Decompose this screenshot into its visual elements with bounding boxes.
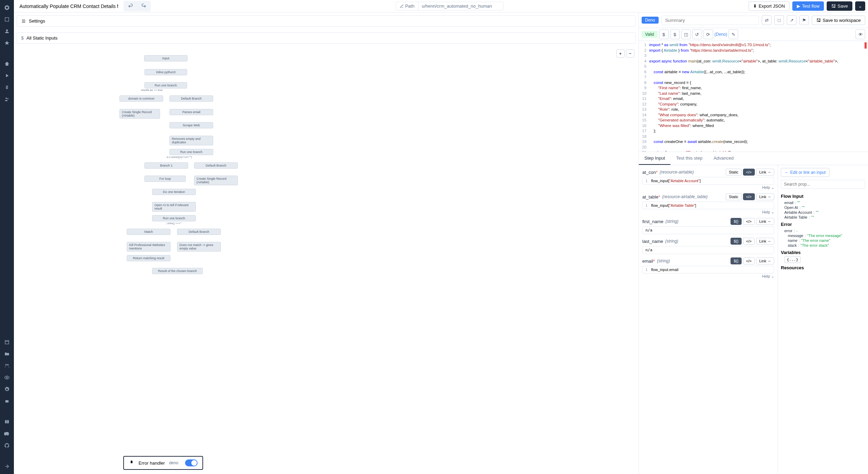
node-scrape-web[interactable]: Scrape Web [169,122,213,128]
cube-icon[interactable]: ◫ [681,29,691,39]
play-icon[interactable] [2,71,12,81]
flag-icon[interactable]: ⚑ [799,15,809,25]
variables-expand-button[interactable]: {...} [784,256,801,263]
input-value[interactable]: 1flow_input["Airtable Account"] [642,177,774,185]
input-value[interactable]: n/a [642,226,774,234]
star-icon[interactable] [2,38,12,48]
dollar2-icon[interactable]: $ [670,29,680,39]
summary-input[interactable] [661,16,759,25]
template-chip[interactable]: ${} [731,218,741,225]
swap-icon[interactable]: ⇄ [762,15,771,25]
user-icon[interactable] [2,26,12,36]
tab-step-input[interactable]: Step Input [639,152,670,165]
code-chip[interactable]: </> [743,238,755,245]
node-openai[interactable]: Open AI to tell if relevant result [152,202,196,212]
node-create-record-2[interactable]: Create Single Record (Airtable) [194,176,238,185]
save-workspace-button[interactable]: 🖫 Save to workspace [812,16,865,25]
code-chip[interactable]: </> [743,193,755,200]
node-result-chosen[interactable]: Result of the chosen branch [152,268,203,274]
prop-kv[interactable]: Airtable Account : "" [781,210,865,215]
link-chip[interactable]: Link → [756,193,774,200]
input-value[interactable]: n/a [642,246,774,254]
settings-header[interactable]: Settings [17,15,636,27]
link-chip[interactable]: Link → [756,257,774,264]
reload-icon[interactable]: ⟳ [703,29,713,39]
node-run-branch-2[interactable]: Run one branch [169,149,213,155]
expand-icon[interactable] [2,462,12,471]
team-icon[interactable] [2,361,12,371]
node-default-branch-3[interactable]: Default Branch [177,229,221,235]
search-prop-input[interactable] [781,180,865,189]
node-create-record-1[interactable]: Create Single Record (Airtable) [119,109,160,119]
node-run-branch-3[interactable]: Run one branch [152,215,196,221]
flow-title-input[interactable] [17,2,121,10]
node-default-branch-1[interactable]: Default Branch [169,95,213,102]
discord-icon[interactable] [2,429,12,439]
static-inputs-header[interactable]: $ All Static Inputs [17,32,636,44]
node-parses-email[interactable]: Parses email [169,109,213,115]
code-chip[interactable]: </> [743,218,755,225]
revert-icon[interactable]: ↺ [692,29,702,39]
link-chip[interactable]: Link → [756,238,774,245]
logo-icon[interactable] [2,3,12,12]
help-link[interactable]: Help ⌄ [642,274,774,279]
test-flow-button[interactable]: ▶ Test flow [792,1,824,11]
node-removes-empty[interactable]: Removes empty and duplicates [169,136,213,145]
dashboard-icon[interactable] [2,15,12,24]
github-icon[interactable] [2,441,12,450]
visibility-icon[interactable]: 👁 [856,29,865,39]
node-kill-professional[interactable]: Kill Professional Websites mentions [127,242,170,252]
phone-icon[interactable]: ↗ [787,15,796,25]
input-value[interactable]: 1flow_input.email [642,266,774,273]
static-chip[interactable]: Static [726,193,742,200]
save-button[interactable]: 🖫 Save [827,1,852,11]
code-chip[interactable]: </> [743,257,755,264]
prop-kv[interactable]: message : "The error message" [781,233,865,238]
node-run-branch-1[interactable]: Run one branch [144,82,187,88]
error-handler-toggle[interactable] [185,459,198,466]
home-icon[interactable] [2,59,12,69]
export-json-button[interactable]: ⬇ Export JSON [749,1,790,11]
static-chip[interactable]: Static [726,169,742,176]
node-input[interactable]: Input [144,55,187,61]
tab-advanced[interactable]: Advanced [708,152,739,165]
path-box[interactable]: Path u/henri/crm_automated_no_human [396,2,503,10]
robot-icon[interactable] [2,396,12,406]
code-chip[interactable]: </> [743,169,755,176]
template-chip[interactable]: ${} [731,257,741,264]
gear-icon[interactable] [2,384,12,394]
prop-kv[interactable]: email : "" [781,200,865,205]
node-branch1[interactable]: Branch 1 [144,162,188,169]
help-link[interactable]: Help ⌄ [642,185,774,190]
input-value[interactable]: 1flow_input["Airtable Table"] [642,202,774,209]
brush-icon[interactable]: ✎ [728,29,738,39]
node-domain-common[interactable]: domain is common [119,95,163,102]
node-return-matching[interactable]: Return matching result [127,255,170,261]
node-inline-python[interactable]: Inline python3 [144,69,187,75]
template-chip[interactable]: ${} [731,238,741,245]
save-dropdown-button[interactable]: ⌄ [855,1,865,11]
calendar-icon[interactable] [2,337,12,347]
prop-kv[interactable]: stack : "The error stack" [781,243,865,248]
eye-icon[interactable] [2,373,12,382]
redo-button[interactable] [137,1,150,11]
link-chip[interactable]: Link → [756,218,774,225]
undo-button[interactable] [124,1,137,11]
prop-kv[interactable]: Open AI : "" [781,205,865,210]
prop-kv[interactable]: Airtable Table : "" [781,215,865,220]
folder-icon[interactable] [2,349,12,359]
node-match[interactable]: Match [127,229,170,235]
edit-link-input-button[interactable]: ← Edit or link an input [781,168,829,177]
flow-canvas[interactable]: Input Inline python3 Run one branch resu… [14,46,639,474]
node-default-branch-2[interactable]: Default Branch [194,162,238,169]
node-do-iteration[interactable]: Do one iteration [152,189,196,195]
prop-kv[interactable]: name : "The error name" [781,238,865,243]
tab-test-step[interactable]: Test this step [670,152,708,165]
dollar1-icon[interactable]: $ [659,29,669,39]
book-icon[interactable] [2,417,12,427]
link-chip[interactable]: Link → [756,169,774,176]
node-does-not-match[interactable]: Does not match -> gives empty value [177,242,221,252]
dollar-icon[interactable] [2,83,12,92]
help-link[interactable]: Help ⌄ [642,210,774,214]
stop-icon[interactable]: □ [774,15,784,25]
